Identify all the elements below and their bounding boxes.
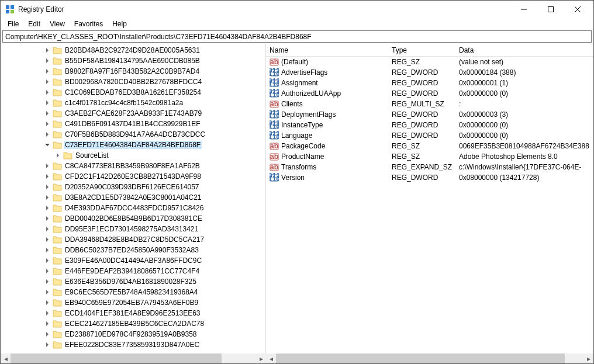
tree-node[interactable]: ECEC214627185EB439B5C6CECA2DAC78	[1, 318, 265, 329]
tree-node[interactable]: E9C6EC565D7E5B748A459823419368A4	[1, 287, 265, 297]
tree-node[interactable]: C70F5B6B5D883D941A7A6A4DCB73CDCC	[1, 129, 265, 140]
tree-node[interactable]: DD95E3F1ECD73014598275AD34313421	[1, 224, 265, 234]
column-headers[interactable]: Name Type Data	[266, 44, 593, 57]
tree-node-label[interactable]: E309FE46A00DC414494ABF3A86FFDC9C	[64, 256, 203, 265]
value-row[interactable]: PackageCodeREG_SZ0069EF35B3E08104988AF67…	[266, 141, 593, 151]
expander-icon[interactable]	[43, 287, 52, 297]
values-hscroll[interactable]: ◂ ▸	[266, 353, 593, 363]
tree-node-label[interactable]: CFD2C1F142D260E3CB8B271543DA9F98	[64, 172, 202, 181]
tree-node[interactable]: BD002968A7820CD40BB2B27678BFDCC4	[1, 77, 265, 87]
tree-node-label[interactable]: C491DB6F091437D41B1B4CC89929B1EF	[64, 120, 202, 128]
tree-node[interactable]: B20BD48AB2C92724D9D28AE0005A5631	[1, 45, 265, 56]
tree-node[interactable]: E446FE9DEAF2B39418086571CC77C4F4	[1, 266, 265, 276]
tree-node-label[interactable]: ECD1404F1EF381E4A8E9D96E2513EE63	[64, 309, 202, 317]
menu-view[interactable]: View	[45, 19, 70, 29]
value-row[interactable]: AdvertiseFlagsREG_DWORD0x00000184 (388)	[266, 67, 593, 78]
tree-node-label[interactable]: DDB6C50237B7ED245850A990F3532A83	[64, 246, 200, 254]
tree-node-label[interactable]: D4E393DDAF67DCC4483FDCD9571C8426	[64, 204, 205, 212]
menu-favorites[interactable]: Favorites	[70, 19, 108, 29]
tree-node[interactable]: EFEE0228DC83E77358593193D847A0EC	[1, 339, 265, 350]
tree-node[interactable]: E309FE46A00DC414494ABF3A86FFDC9C	[1, 255, 265, 266]
tree-node[interactable]: C73EFD71E4604384DAF84A2B4BFD868F	[1, 140, 265, 150]
address-bar[interactable]: Computer\HKEY_CLASSES_ROOT\Installer\Pro…	[2, 30, 592, 43]
titlebar[interactable]: Registry Editor	[1, 1, 593, 18]
tree-node-label[interactable]: BD002968A7820CD40BB2B27678BFDCC4	[64, 78, 203, 86]
value-row[interactable]: (Default)REG_SZ(value not set)	[266, 57, 593, 67]
value-row[interactable]: DeploymentFlagsREG_DWORD0x00000003 (3)	[266, 109, 593, 120]
tree-node[interactable]: SourceList	[1, 150, 265, 161]
tree-node-label[interactable]: E446FE9DEAF2B39418086571CC77C4F4	[64, 267, 201, 275]
tree-node[interactable]: C1C069EBDAB76ED3B8A16261EF358254	[1, 87, 265, 98]
value-row[interactable]: TransformsREG_EXPAND_SZc:\Windows\Instal…	[266, 162, 593, 172]
expander-icon[interactable]	[43, 172, 52, 181]
tree-node-label[interactable]: EFEE0228DC83E77358593193D847A0EC	[64, 341, 201, 349]
scroll-right-icon[interactable]: ▸	[256, 353, 266, 363]
expander-icon[interactable]	[43, 203, 52, 213]
expander-icon[interactable]	[43, 98, 52, 108]
expander-icon[interactable]	[43, 182, 52, 192]
value-row[interactable]: ClientsREG_MULTI_SZ:	[266, 99, 593, 109]
close-button[interactable]	[564, 1, 591, 18]
tree-node[interactable]: c1c4f01781cc94c4c8fb1542c0981a2a	[1, 98, 265, 108]
expander-icon[interactable]	[43, 224, 52, 234]
expander-icon[interactable]	[43, 266, 52, 276]
tree-node-label[interactable]: C8CA84773E81BB3459B980F8EA1AF62B	[64, 162, 201, 170]
tree-node[interactable]: C8CA84773E81BB3459B980F8EA1AF62B	[1, 161, 265, 171]
tree-node-label[interactable]: D20352A90C039D93DBF6126ECE614057	[64, 183, 201, 191]
tree-node-label[interactable]: DDA39468D428E8B4DB27C8D5DC5CA217	[64, 235, 205, 244]
tree-node-label[interactable]: E636E4B356D976D4AB1681890028F325	[64, 278, 198, 286]
expander-icon[interactable]	[43, 214, 52, 223]
tree-node-label[interactable]: ED2388710ED978C4F92839519A0B9358	[64, 330, 198, 338]
tree-node-label[interactable]: SourceList	[74, 151, 110, 160]
tree-node-label[interactable]: E9C6EC565D7E5B748A459823419368A4	[64, 288, 199, 296]
value-row[interactable]: VersionREG_DWORD0x08000000 (134217728)	[266, 172, 593, 183]
tree-node[interactable]: C3AEB2FCAE628F23AAB933F1E743AB79	[1, 108, 265, 119]
expander-icon[interactable]	[43, 340, 52, 349]
tree-node[interactable]: DBD00402BD6E8B54B9B6D17D308381CE	[1, 213, 265, 224]
tree-node-label[interactable]: B20BD48AB2C92724D9D28AE0005A5631	[64, 46, 201, 54]
tree-node-label[interactable]: C73EFD71E4604384DAF84A2B4BFD868F	[64, 141, 202, 149]
expander-icon[interactable]	[53, 151, 63, 160]
expander-icon[interactable]	[43, 67, 52, 76]
registry-tree[interactable]: B20BD48AB2C92724D9D28AE0005A5631B55DF58A…	[1, 44, 265, 350]
tree-node-label[interactable]: c1c4f01781cc94c4c8fb1542c0981a2a	[64, 99, 184, 107]
expander-icon[interactable]	[43, 77, 52, 86]
expander-icon[interactable]	[43, 46, 52, 55]
tree-node[interactable]: ECD1404F1EF381E4A8E9D96E2513EE63	[1, 308, 265, 318]
scroll-right-icon[interactable]: ▸	[583, 353, 593, 363]
address-text[interactable]: Computer\HKEY_CLASSES_ROOT\Installer\Pro…	[5, 33, 312, 41]
tree-node[interactable]: DDA39468D428E8B4DB27C8D5DC5CA217	[1, 234, 265, 245]
expander-icon[interactable]	[43, 161, 52, 171]
expander-icon[interactable]	[43, 119, 52, 129]
expander-icon[interactable]	[43, 298, 52, 307]
tree-node[interactable]: C491DB6F091437D41B1B4CC89929B1EF	[1, 119, 265, 129]
tree-node[interactable]: CFD2C1F142D260E3CB8B271543DA9F98	[1, 171, 265, 182]
tree-node-label[interactable]: B9802F8A97F16FB43B582A2C0B9B7AD4	[64, 67, 201, 75]
tree-node-label[interactable]: C1C069EBDAB76ED3B8A16261EF358254	[64, 88, 202, 96]
tree-node-label[interactable]: D3E8A2CD1E5D73842A0E3C8001A04C21	[64, 193, 203, 202]
tree-node-label[interactable]: C70F5B6B5D883D941A7A6A4DCB73CDCC	[64, 130, 206, 138]
menu-edit[interactable]: Edit	[23, 19, 45, 29]
expander-icon[interactable]	[43, 56, 52, 65]
tree-node[interactable]: DDB6C50237B7ED245850A990F3532A83	[1, 245, 265, 255]
expander-icon[interactable]	[43, 88, 52, 97]
col-header-type[interactable]: Type	[392, 46, 459, 54]
tree-node[interactable]: ED2388710ED978C4F92839519A0B9358	[1, 329, 265, 339]
expander-icon[interactable]	[43, 245, 52, 255]
tree-node-label[interactable]: DBD00402BD6E8B54B9B6D17D308381CE	[64, 214, 203, 223]
tree-node[interactable]: D3E8A2CD1E5D73842A0E3C8001A04C21	[1, 192, 265, 203]
tree-node[interactable]: B55DF58AB1984134795AAE690CDB085B	[1, 56, 265, 66]
tree-node[interactable]: E636E4B356D976D4AB1681890028F325	[1, 276, 265, 287]
value-row[interactable]: AssignmentREG_DWORD0x00000001 (1)	[266, 78, 593, 88]
tree-node[interactable]: EB940C659E972054EB7A79453A6EF0B9	[1, 297, 265, 308]
tree-node-label[interactable]: C3AEB2FCAE628F23AAB933F1E743AB79	[64, 109, 203, 117]
maximize-button[interactable]	[537, 1, 564, 18]
tree-node-label[interactable]: B55DF58AB1984134795AAE690CDB085B	[64, 57, 201, 65]
tree-node-label[interactable]: DD95E3F1ECD73014598275AD34313421	[64, 225, 199, 233]
value-list[interactable]: (Default)REG_SZ(value not set)AdvertiseF…	[266, 57, 593, 353]
expander-icon[interactable]	[43, 140, 52, 150]
scroll-left-icon[interactable]: ◂	[266, 353, 276, 363]
expander-icon[interactable]	[43, 109, 52, 118]
col-header-data[interactable]: Data	[459, 46, 593, 54]
tree-hscroll[interactable]: ◂ ▸	[1, 353, 266, 363]
